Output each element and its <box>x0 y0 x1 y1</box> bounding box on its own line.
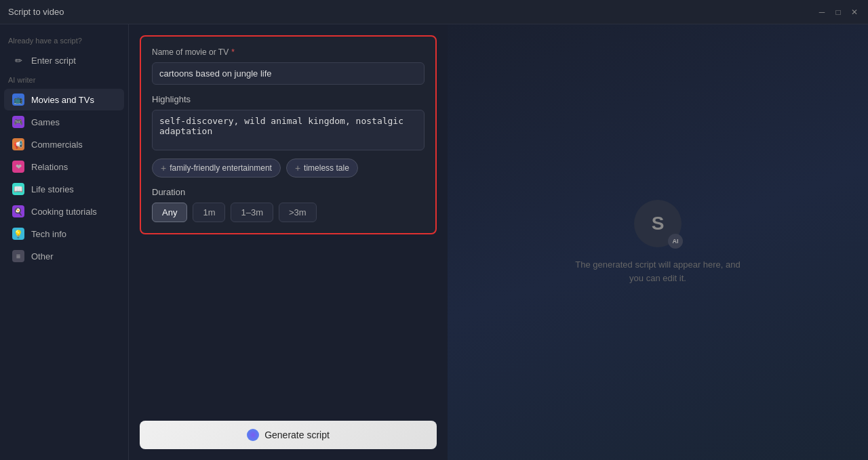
name-label: Name of movie or TV * <box>152 47 425 57</box>
commercial-icon: 📢 <box>12 138 24 150</box>
plus-icon-1: + <box>295 163 300 173</box>
maximize-button[interactable]: □ <box>833 7 844 18</box>
preview-message: The generated script will appear here, a… <box>570 258 746 285</box>
duration-1m[interactable]: 1m <box>193 203 225 222</box>
tv-icon: 📺 <box>12 93 24 106</box>
minimize-button[interactable]: ─ <box>816 7 827 18</box>
sidebar-item-movies[interactable]: 📺 Movies and TVs <box>4 89 124 110</box>
form-card: Name of movie or TV * Highlights self-di… <box>140 35 437 234</box>
sidebar-item-life-stories[interactable]: 📖 Life stories <box>4 178 124 200</box>
ai-writer-label: AI writer <box>0 72 128 88</box>
highlights-label: Highlights <box>152 94 425 104</box>
form-panel: Name of movie or TV * Highlights self-di… <box>129 24 448 460</box>
content-area: Name of movie or TV * Highlights self-di… <box>129 24 868 460</box>
sidebar-other-label: Other <box>31 251 54 262</box>
sidebar-movies-label: Movies and TVs <box>31 95 94 105</box>
other-icon: ≡ <box>12 250 24 262</box>
sidebar-relations-label: Relations <box>31 162 68 172</box>
highlights-textarea[interactable]: self-discovery, wild animal kingdom, nos… <box>152 110 425 150</box>
sidebar-item-other[interactable]: ≡ Other <box>4 245 124 267</box>
tag-label-1: timeless tale <box>304 163 349 173</box>
cook-icon: 🍳 <box>12 205 24 217</box>
generate-label: Generate script <box>264 430 330 440</box>
generate-btn-wrap: Generate script <box>140 410 437 449</box>
generate-icon <box>247 429 259 441</box>
game-icon: 🎮 <box>12 116 24 128</box>
tag-timeless-tale[interactable]: + timeless tale <box>286 159 358 177</box>
plus-icon: + <box>161 163 166 173</box>
sidebar-item-commercials[interactable]: 📢 Commercials <box>4 133 124 155</box>
tag-label-0: family-friendly entertainment <box>170 163 272 173</box>
sidebar-life-stories-label: Life stories <box>31 184 74 194</box>
sidebar-item-enter-script[interactable]: ✏ Enter script <box>4 49 124 71</box>
app-title: Script to video <box>8 7 64 17</box>
generate-script-button[interactable]: Generate script <box>140 421 437 449</box>
duration-1-3m[interactable]: 1–3m <box>231 203 273 222</box>
pencil-icon: ✏ <box>12 54 24 66</box>
sidebar: Already have a script? ✏ Enter script AI… <box>0 24 129 460</box>
tags-row: + family-friendly entertainment + timele… <box>152 159 425 177</box>
sidebar-item-games[interactable]: 🎮 Games <box>4 111 124 133</box>
duration-gt3m[interactable]: >3m <box>279 203 317 222</box>
story-icon: 📖 <box>12 183 24 195</box>
sidebar-cooking-label: Cooking tutorials <box>31 207 97 217</box>
tech-icon: 💡 <box>12 228 24 240</box>
duration-label: Duration <box>152 187 425 197</box>
titlebar: Script to video ─ □ ✕ <box>0 0 868 24</box>
preview-icon: S AI <box>634 200 682 247</box>
close-button[interactable]: ✕ <box>849 7 860 18</box>
preview-letter: S <box>652 213 665 234</box>
sidebar-tech-label: Tech info <box>31 229 66 239</box>
duration-any[interactable]: Any <box>152 203 187 222</box>
already-label: Already have a script? <box>0 33 128 49</box>
sidebar-item-relations[interactable]: ❤ Relations <box>4 156 124 177</box>
sidebar-item-tech[interactable]: 💡 Tech info <box>4 223 124 245</box>
required-star: * <box>231 47 235 57</box>
duration-row: Any 1m 1–3m >3m <box>152 203 425 222</box>
sidebar-games-label: Games <box>31 117 60 127</box>
enter-script-label: Enter script <box>31 56 76 66</box>
window-controls: ─ □ ✕ <box>816 7 860 18</box>
tag-family-friendly[interactable]: + family-friendly entertainment <box>152 159 281 177</box>
sidebar-commercials-label: Commercials <box>31 140 83 150</box>
ai-badge: AI <box>668 234 683 249</box>
heart-icon: ❤ <box>12 161 24 173</box>
preview-panel: S AI The generated script will appear he… <box>448 24 868 460</box>
sidebar-item-cooking[interactable]: 🍳 Cooking tutorials <box>4 201 124 222</box>
movie-name-input[interactable] <box>152 62 425 85</box>
